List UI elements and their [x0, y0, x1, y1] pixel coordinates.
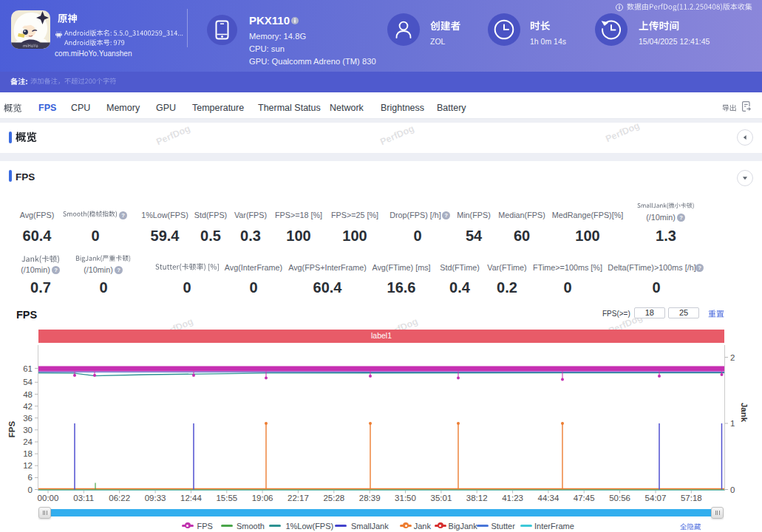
svg-text:54:07: 54:07: [645, 494, 667, 502]
svg-text:09:33: 09:33: [145, 494, 166, 502]
svg-text:03:11: 03:11: [73, 494, 94, 502]
svg-text:61: 61: [23, 364, 33, 373]
svg-text:57:18: 57:18: [681, 494, 702, 502]
svg-text:31:50: 31:50: [395, 494, 416, 502]
svg-text:24: 24: [23, 437, 33, 446]
svg-text:54: 54: [23, 378, 33, 386]
svg-text:44:34: 44:34: [538, 494, 559, 502]
svg-text:50:56: 50:56: [609, 494, 630, 502]
svg-text:28:39: 28:39: [359, 494, 381, 502]
svg-text:FPS: FPS: [7, 420, 16, 437]
svg-text:?: ?: [698, 265, 701, 271]
svg-text:12: 12: [23, 461, 33, 470]
svg-text:1: 1: [730, 419, 735, 428]
svg-text:38:12: 38:12: [466, 494, 488, 502]
svg-text:22:17: 22:17: [288, 494, 309, 502]
svg-text:?: ?: [54, 267, 58, 273]
svg-text:36: 36: [23, 414, 33, 423]
svg-text:Jank: Jank: [740, 403, 749, 423]
svg-text:35:01: 35:01: [431, 494, 452, 502]
svg-text:?: ?: [444, 212, 448, 219]
svg-text:?: ?: [122, 212, 126, 219]
svg-text:41:23: 41:23: [502, 494, 523, 502]
svg-text:15:55: 15:55: [216, 494, 237, 502]
svg-text:12:44: 12:44: [180, 494, 202, 502]
svg-text:6: 6: [28, 473, 33, 482]
svg-text:06:22: 06:22: [109, 494, 130, 502]
svg-text:0: 0: [730, 485, 735, 494]
svg-text:19:06: 19:06: [252, 494, 273, 502]
svg-text:30: 30: [23, 426, 33, 434]
svg-text:2: 2: [730, 353, 735, 362]
svg-text:42: 42: [23, 402, 33, 411]
svg-text:?: ?: [679, 214, 683, 221]
svg-text:18: 18: [23, 449, 33, 458]
svg-text:?: ?: [117, 267, 120, 273]
svg-text:48: 48: [23, 390, 33, 399]
svg-text:0: 0: [28, 485, 33, 494]
svg-text:25:28: 25:28: [323, 494, 344, 502]
svg-text:00:00: 00:00: [38, 494, 59, 502]
svg-text:47:45: 47:45: [574, 494, 595, 502]
